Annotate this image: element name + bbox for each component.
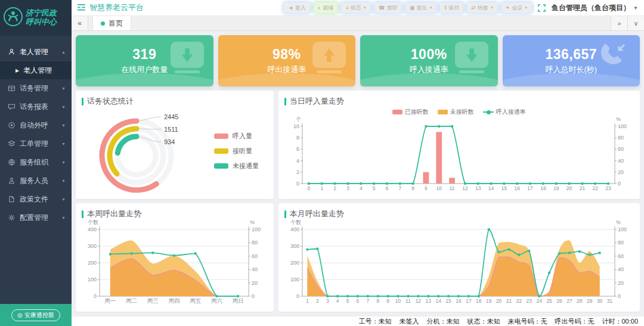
workorder-icon	[8, 140, 16, 148]
svg-text:19: 19	[553, 185, 559, 191]
legend-item-已接听数[interactable]: 已接听数	[392, 108, 429, 116]
svg-text:%: %	[616, 220, 621, 225]
stat-card-label: 呼入总时长(秒)	[545, 64, 597, 75]
sidebar-item-2[interactable]: 话务报表▼	[0, 98, 72, 116]
cti-button-2[interactable]: ≡状态▼	[341, 2, 370, 13]
legend-label: 呼入量	[233, 132, 252, 141]
signin-icon: ◄	[288, 5, 293, 11]
chart-legend: 已接听数未接听数呼入接通率	[284, 107, 634, 117]
app-root: 济宁民政 呼叫中心 老人管理▲▶老人管理话务管理▼话务报表▼自动外呼▼工单管理▼…	[0, 0, 644, 326]
tabs-forward-button[interactable]: »	[611, 16, 627, 30]
config-icon	[8, 214, 16, 222]
sidebar-item-6[interactable]: 服务人员▼	[0, 172, 72, 190]
svg-text:200: 200	[290, 260, 299, 266]
stat-card-label: 在线用户数量	[121, 64, 168, 75]
call-status-gauge-chart: 24451511934呼入量接听量未接通量	[82, 107, 268, 194]
sidebar-item-0[interactable]: 老人管理▲	[0, 43, 72, 61]
panel-monthly-outbound-title: 本月呼出量走势	[290, 209, 344, 219]
chart-row-2: 本周呼出量走势 0100200300400020406080100个数%周一周二…	[76, 203, 640, 312]
legend-item-接听量[interactable]: 接听量	[214, 147, 259, 156]
svg-text:20: 20	[496, 298, 502, 304]
svg-text:80: 80	[618, 240, 624, 246]
svg-text:40: 40	[618, 266, 624, 272]
svg-text:5: 5	[346, 298, 349, 304]
sidebar-item-label: 政策文件	[20, 194, 48, 204]
tabbar-right: » ∨	[611, 16, 644, 30]
cti-button-label: 接听	[387, 4, 398, 12]
svg-text:9: 9	[425, 185, 428, 191]
svg-text:2: 2	[316, 298, 319, 304]
autodial-icon	[8, 122, 16, 129]
svg-text:300: 300	[88, 243, 97, 249]
chevron-down-icon: ▼	[61, 123, 66, 128]
svg-text:400: 400	[88, 226, 97, 232]
svg-text:周日: 周日	[233, 297, 244, 304]
svg-text:周二: 周二	[126, 297, 137, 304]
legend-item-未接听数[interactable]: 未接听数	[438, 108, 474, 116]
cti-button-4[interactable]: ▣签出▼	[405, 2, 436, 13]
status-icon: ≡	[345, 5, 348, 11]
chart-row-1: 话务状态统计 24451511934呼入量接听量未接通量 当日呼入量走势 已接听…	[76, 91, 640, 199]
status-item: 计时：00:00	[602, 317, 638, 326]
svg-text:200: 200	[88, 260, 97, 266]
sidebar-subitem-0[interactable]: ▶老人管理	[0, 61, 72, 79]
svg-text:6: 6	[356, 298, 359, 304]
svg-text:%: %	[616, 117, 621, 122]
app-title: 智慧养老云平台	[78, 2, 144, 13]
signout-icon: ▣	[410, 5, 415, 11]
sidebar-item-3[interactable]: 自动外呼▼	[0, 116, 72, 135]
svg-text:20: 20	[618, 169, 624, 175]
stat-cards: 319在线用户数量98%呼出接通率100%呼入接通率136,657呼入总时长(秒…	[76, 35, 640, 86]
legend-swatch	[392, 110, 402, 114]
fullscreen-button[interactable]	[535, 4, 548, 12]
svg-text:400: 400	[290, 226, 299, 232]
status-item: 工号：未知	[358, 317, 391, 326]
copyright-icon: ◎	[17, 312, 23, 318]
svg-text:14: 14	[435, 298, 441, 304]
daily-inbound-chart: 已接听数未接听数呼入接通率0246810020406080100个%012345…	[284, 107, 634, 194]
cti-button-7[interactable]: ✦会议▼	[501, 2, 532, 13]
chevron-down-icon: ▼	[61, 216, 66, 220]
telephony-icon	[8, 85, 16, 92]
legend-item-呼入量[interactable]: 呼入量	[214, 132, 259, 141]
gauge-wrap: 24451511934呼入量接听量未接通量	[82, 107, 268, 194]
svg-text:0: 0	[94, 293, 97, 299]
svg-text:80: 80	[252, 240, 258, 246]
svg-text:60: 60	[618, 146, 624, 152]
sidebar-item-label: 工单管理	[20, 139, 48, 149]
cti-button-6[interactable]: ⇄转接▼	[467, 2, 498, 13]
tab-home[interactable]: 首页	[92, 16, 131, 30]
svg-text:24: 24	[536, 298, 542, 304]
tabs-dropdown-button[interactable]: ∨	[627, 16, 644, 30]
cti-button-5[interactable]: ‖保持	[440, 2, 463, 13]
cti-button-0[interactable]: ◄签入	[284, 2, 310, 13]
cti-button-3[interactable]: ☎接听	[374, 2, 402, 13]
sidebar-footer: ◎ 安康通控股	[0, 304, 72, 326]
svg-text:100: 100	[88, 277, 97, 282]
status-item: 来电号码：无	[507, 317, 547, 326]
sidebar-item-7[interactable]: 政策文件▼	[0, 190, 72, 209]
cti-button-1[interactable]: ◐就绪	[314, 2, 338, 13]
legend-item-呼入接通率[interactable]: 呼入接通率	[483, 108, 526, 116]
legend-label: 已接听数	[405, 108, 429, 116]
sidebar-item-4[interactable]: 工单管理▼	[0, 135, 72, 153]
user-menu[interactable]: 鱼台管理员（鱼台项目） ▼	[552, 3, 638, 13]
legend-swatch	[214, 163, 228, 169]
sidebar-item-5[interactable]: 服务组织▼	[0, 153, 72, 172]
company-footer-button[interactable]: ◎ 安康通控股	[11, 309, 60, 321]
sidebar-item-8[interactable]: 配置管理▼	[0, 209, 72, 227]
chevron-down-icon: ▼	[524, 6, 528, 10]
stat-card-1: 98%呼出接通率	[218, 35, 356, 86]
svg-text:30: 30	[597, 298, 603, 304]
status-item: 未签入	[399, 317, 419, 326]
brand-logo-icon	[3, 7, 23, 29]
svg-text:7: 7	[398, 185, 401, 191]
svg-text:8: 8	[411, 185, 414, 191]
svg-text:12: 12	[462, 185, 468, 191]
sidebar-item-1[interactable]: 话务管理▼	[0, 79, 72, 98]
legend-item-未接通量[interactable]: 未接通量	[214, 162, 259, 170]
svg-text:18: 18	[540, 185, 546, 191]
menu-toggle-icon[interactable]	[78, 4, 86, 13]
tabs-collapse-button[interactable]: «	[72, 16, 88, 30]
chevron-down-icon: ▼	[363, 6, 367, 10]
